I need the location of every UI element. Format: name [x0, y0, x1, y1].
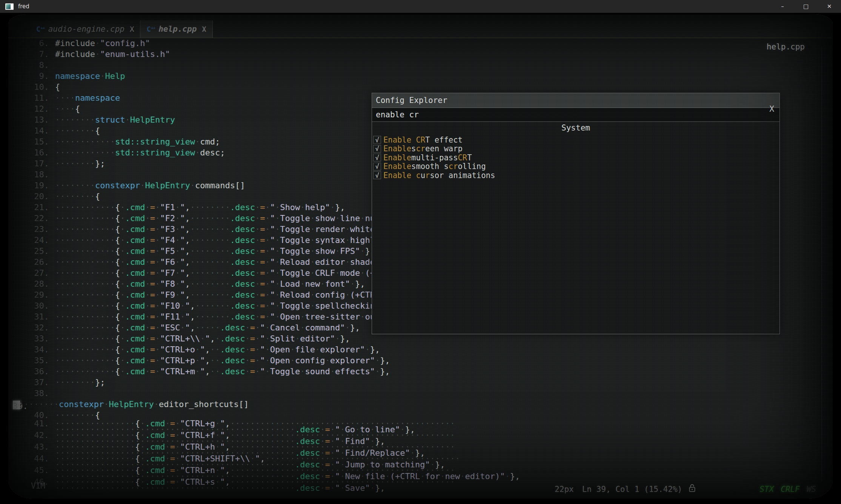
code-line: 7.#include·"enum-utils.h" [13, 49, 830, 60]
code-line: 36.············{·.cmd·=·"CTRL+m·",··.des… [13, 366, 830, 377]
line-number: 42. [13, 432, 55, 438]
config-option-list: √Enable CRT effect√Enable screen warp√En… [372, 135, 780, 180]
tab-label: audio-engine.cpp [48, 25, 125, 34]
popup-body: System √Enable CRT effect√Enable screen … [372, 122, 780, 334]
code-line: 8. [13, 60, 830, 71]
line-number: 15. [13, 136, 55, 147]
scrollbar[interactable] [821, 46, 822, 482]
line-number: 7. [13, 49, 55, 60]
checkbox-checked-icon[interactable]: √ [374, 145, 381, 152]
line-number: 12. [13, 103, 55, 114]
line-number: 10. [13, 81, 55, 92]
cpp-icon: C++ [36, 25, 45, 33]
popup-close-button[interactable]: X [769, 104, 774, 114]
maximize-button[interactable]: □ [794, 0, 818, 13]
config-option[interactable]: √Enable CRT effect [372, 135, 780, 144]
config-search-input[interactable]: enable cr [372, 108, 780, 122]
flag-WS: WS [807, 485, 816, 494]
line-number: 35. [13, 355, 55, 366]
status-bar: VIM 22px Ln 39, Col 1 (15.42%) STXCRLFWS [8, 484, 833, 496]
code-line: 10.{ [13, 81, 830, 92]
line-number: 22. [13, 213, 55, 224]
app-icon [5, 3, 14, 10]
line-number: 34. [13, 344, 55, 355]
tab-label: help.cpp [158, 25, 197, 34]
cpp-icon: C++ [146, 25, 155, 33]
minimize-button[interactable]: – [771, 0, 794, 13]
status-right: 22px Ln 39, Col 1 (15.42%) STXCRLFWS [546, 483, 816, 495]
line-number: 9. [13, 71, 55, 81]
line-number: 16. [13, 147, 55, 158]
window-title: fred [18, 3, 29, 10]
line-number: 8. [13, 60, 55, 71]
line-number: 29. [13, 289, 55, 300]
tab-bar: C++audio-engine.cppXC++help.cppX [30, 20, 213, 38]
line-number: 30. [13, 300, 55, 311]
flag-STX: STX [760, 485, 774, 494]
editor-screen: C++audio-engine.cppXC++help.cppX help.cp… [8, 14, 833, 499]
close-button[interactable]: ✕ [818, 0, 841, 13]
line-number: 32. [13, 322, 55, 333]
line-number: 43. [13, 444, 55, 450]
lock-icon [688, 483, 696, 495]
line-number: 13. [13, 114, 55, 125]
window-controls: – □ ✕ [771, 0, 841, 13]
crt-bezel: C++audio-engine.cppXC++help.cppX help.cp… [0, 13, 841, 504]
code-line: 38. [13, 388, 830, 399]
code-line: 6.#include·"config.h" [13, 38, 830, 49]
line-number: 25. [13, 246, 55, 257]
line-number: 6. [13, 38, 55, 49]
code-line: 39.········constexpr·HelpEntry·editor_sh… [13, 399, 830, 410]
file-flags: STXCRLFWS [753, 485, 816, 494]
checkbox-checked-icon[interactable]: √ [374, 136, 381, 143]
flag-CRLF: CRLF [781, 485, 800, 494]
line-number: 27. [13, 267, 55, 278]
titlebar: fred – □ ✕ [0, 0, 841, 13]
tab-close-icon[interactable]: X [130, 25, 134, 33]
line-number: 36. [13, 366, 55, 377]
code-line: 34.············{·.cmd·=·"CTRL+o·",··.des… [13, 344, 830, 355]
config-option[interactable]: √Enable screen warp [372, 144, 780, 154]
line-number: 19. [13, 180, 55, 191]
line-number: 45. [13, 467, 55, 473]
code-line: 35.············{·.cmd·=·"CTRL+p·",··.des… [13, 355, 830, 366]
config-option[interactable]: √Enable smooth scrolling [372, 162, 780, 171]
config-explorer-popup: Config Explorer X enable cr System √Enab… [372, 93, 780, 334]
code-line: 9.namespace·Help [13, 71, 830, 81]
line-number: 11. [13, 92, 55, 103]
line-number: 20. [13, 191, 55, 202]
line-number: 23. [13, 224, 55, 235]
cursor-position: Ln 39, Col 1 (15.42%) [582, 485, 683, 494]
popup-title: Config Explorer [372, 93, 780, 108]
line-number: 28. [13, 278, 55, 289]
line-number: 38. [13, 388, 55, 399]
line-number: 31. [13, 311, 55, 322]
line-number: 17. [13, 158, 55, 169]
active-file-label: help.cpp [767, 42, 805, 51]
line-number: 18. [13, 169, 55, 180]
section-header-system: System [372, 123, 780, 132]
line-number: 21. [13, 202, 55, 213]
tab-help.cpp[interactable]: C++help.cppX [140, 20, 212, 38]
checkbox-checked-icon[interactable]: √ [374, 154, 381, 161]
config-option[interactable]: √Enable cursor animations [372, 171, 780, 180]
tab-strip: C++audio-engine.cppXC++help.cppX [8, 14, 833, 38]
vim-mode-indicator: VIM [31, 481, 45, 490]
checkbox-checked-icon[interactable]: √ [374, 163, 381, 170]
code-line: 33.············{·.cmd·=·"CTRL+\\·",·.des… [13, 333, 830, 344]
line-number: 41. [13, 421, 55, 427]
code-line: 37.········}; [13, 377, 830, 388]
line-number: 24. [13, 235, 55, 246]
line-number: 33. [13, 333, 55, 344]
line-number: 37. [13, 377, 55, 388]
tab-close-icon[interactable]: X [202, 25, 206, 33]
line-number: 14. [13, 125, 55, 136]
line-number: 44. [13, 456, 55, 462]
font-size-indicator: 22px [555, 485, 574, 494]
checkbox-checked-icon[interactable]: √ [374, 172, 381, 179]
config-option[interactable]: √Enable multi-pass CRT [372, 153, 780, 162]
tab-audio-engine.cpp[interactable]: C++audio-engine.cppX [30, 20, 140, 38]
line-number: 26. [13, 257, 55, 267]
